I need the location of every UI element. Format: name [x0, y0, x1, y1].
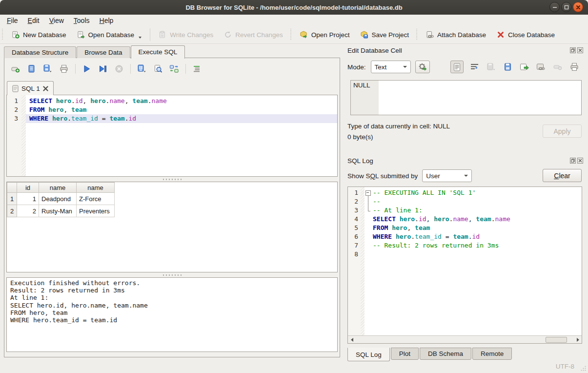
close-tab-icon[interactable] — [43, 86, 48, 91]
log-line[interactable]: 4 SELECT hero.id, hero.name, team.name — [348, 215, 582, 224]
row-header[interactable]: 2 — [7, 205, 17, 217]
menu-file[interactable]: File — [2, 16, 23, 25]
resize-grip[interactable] — [580, 365, 587, 372]
tab-plot[interactable]: Plot — [391, 348, 419, 360]
scroll-right-button[interactable] — [574, 336, 582, 343]
attach-database-button[interactable]: Attach Database — [421, 27, 491, 42]
auto-switch-mode-button[interactable] — [415, 61, 430, 73]
cell-value-editor[interactable]: NULL — [350, 80, 582, 115]
menu-tools[interactable]: Tools — [69, 16, 95, 25]
tab-execute-sql[interactable]: Execute SQL — [131, 45, 185, 59]
clear-log-button[interactable]: Clear — [543, 169, 582, 182]
word-wrap-button[interactable] — [469, 62, 480, 72]
open-url-button[interactable] — [536, 62, 547, 72]
code-text[interactable]: FROM hero, team — [26, 105, 337, 114]
log-line[interactable]: 7 -- Result: 2 rows returned in 3ms — [348, 241, 582, 250]
save-results-button[interactable] — [137, 63, 147, 74]
editor-line-current[interactable]: 3 WHERE hero.team_id = team.id — [7, 114, 337, 123]
code-text[interactable]: WHERE hero.team_id = team.id — [26, 114, 337, 123]
export-to-file-button[interactable] — [503, 62, 513, 72]
text-mode-button[interactable] — [450, 61, 464, 73]
new-sql-tab-button[interactable] — [10, 63, 21, 74]
scroll-left-button[interactable] — [348, 336, 356, 343]
tab-database-structure[interactable]: Database Structure — [4, 46, 76, 58]
find-replace-button[interactable] — [169, 63, 180, 74]
cell-team-name[interactable]: Preventers — [77, 205, 115, 217]
open-project-button[interactable]: Open Project — [295, 27, 355, 42]
log-line[interactable]: 5 FROM hero, team — [348, 224, 582, 232]
log-line[interactable]: 3 -- At line 1: — [348, 206, 582, 215]
close-panel-button[interactable] — [577, 158, 583, 164]
toolbar-handle[interactable] — [416, 29, 419, 41]
new-database-button[interactable]: New Database — [6, 27, 72, 42]
scrollbar-thumb[interactable] — [546, 337, 567, 343]
title-bar[interactable]: DB Browser for SQLite - /home/user/code/… — [0, 0, 588, 15]
close-database-button[interactable]: Close Database — [491, 27, 560, 42]
log-line[interactable]: 6 WHERE hero.team_id = team.id — [348, 232, 582, 241]
splitter-handle[interactable] — [4, 177, 340, 182]
open-database-button[interactable]: Open Database — [72, 27, 147, 42]
editor-line[interactable]: 2 FROM hero, team — [7, 105, 337, 114]
print-cell-button[interactable] — [569, 62, 580, 72]
log-filter-select[interactable]: User — [422, 169, 472, 182]
column-header-name2[interactable]: name — [77, 183, 115, 193]
toolbar-handle[interactable] — [290, 29, 293, 41]
cell-hero-name[interactable]: Deadpond — [39, 193, 77, 205]
execution-status-box[interactable]: Execution finished without errors. Resul… — [6, 277, 338, 352]
log-line[interactable]: 8 — [348, 250, 582, 259]
tab-browse-data[interactable]: Browse Data — [77, 46, 130, 58]
menu-edit[interactable]: Edit — [23, 16, 44, 25]
print-sql-button[interactable] — [59, 63, 69, 74]
revert-changes-button: Revert Changes — [219, 27, 288, 42]
close-button[interactable] — [573, 2, 583, 12]
cell-id[interactable]: 1 — [17, 193, 39, 205]
fold-line-end — [365, 206, 371, 215]
mode-select[interactable]: Text — [371, 61, 411, 73]
cell-value-area[interactable] — [379, 81, 581, 115]
row-header[interactable]: 1 — [7, 193, 17, 205]
open-sql-file-button[interactable] — [26, 63, 37, 74]
fold-marker-icon[interactable] — [365, 188, 371, 197]
menu-view[interactable]: View — [44, 16, 69, 25]
tab-db-schema[interactable]: DB Schema — [420, 348, 471, 360]
minimize-button[interactable] — [549, 2, 560, 12]
menu-help[interactable]: Help — [95, 16, 119, 25]
close-panel-button[interactable] — [577, 47, 583, 53]
line-number: 3 — [7, 114, 21, 123]
tab-remote[interactable]: Remote — [472, 348, 512, 360]
scrollbar-track[interactable] — [356, 336, 574, 343]
encoding-indicator[interactable]: UTF-8 — [556, 363, 574, 370]
cell-team-name[interactable]: Z-Force — [77, 193, 115, 205]
float-panel-button[interactable] — [570, 158, 576, 164]
column-header-name[interactable]: name — [39, 183, 77, 193]
sql-log-view[interactable]: 1 -- EXECUTING ALL IN 'SQL 1' 2 -- 3 -- … — [347, 186, 582, 344]
attach-database-icon — [426, 31, 434, 39]
cell-hero-name[interactable]: Rusty-Man — [39, 205, 77, 217]
execute-current-line-button[interactable] — [98, 63, 108, 74]
sql-file-tab[interactable]: SQL 1 — [7, 81, 54, 95]
float-panel-button[interactable] — [570, 47, 576, 53]
save-sql-file-button[interactable] — [42, 63, 53, 74]
editor-line[interactable]: 1 SELECT hero.id, hero.name, team.name — [7, 97, 337, 105]
horizontal-scrollbar[interactable] — [348, 335, 582, 343]
corner-header[interactable] — [7, 183, 17, 193]
execute-current-line-icon — [99, 64, 107, 73]
splitter-handle[interactable] — [4, 272, 340, 277]
link-icon — [536, 63, 546, 71]
results-grid[interactable]: id name name 1 1 Deadpond Z-Force 2 2 Ru… — [6, 182, 338, 272]
open-database-dropdown-caret[interactable] — [139, 37, 142, 39]
apply-button: Apply — [543, 124, 582, 138]
sql-editor[interactable]: 1 SELECT hero.id, hero.name, team.name 2… — [6, 95, 338, 177]
open-in-external-button[interactable] — [519, 62, 530, 72]
execute-all-button[interactable] — [81, 63, 92, 74]
toolbar-handle[interactable] — [2, 29, 4, 41]
cell-id[interactable]: 2 — [17, 205, 39, 217]
save-project-button[interactable]: Save Project — [355, 27, 415, 42]
find-button[interactable] — [153, 63, 163, 74]
maximize-button[interactable] — [561, 2, 571, 12]
log-line[interactable]: 1 -- EXECUTING ALL IN 'SQL 1' — [348, 188, 582, 197]
log-line[interactable]: 2 -- — [348, 197, 582, 206]
format-sql-button[interactable] — [192, 63, 203, 74]
code-text[interactable]: SELECT hero.id, hero.name, team.name — [26, 97, 337, 105]
column-header-id[interactable]: id — [17, 183, 39, 193]
